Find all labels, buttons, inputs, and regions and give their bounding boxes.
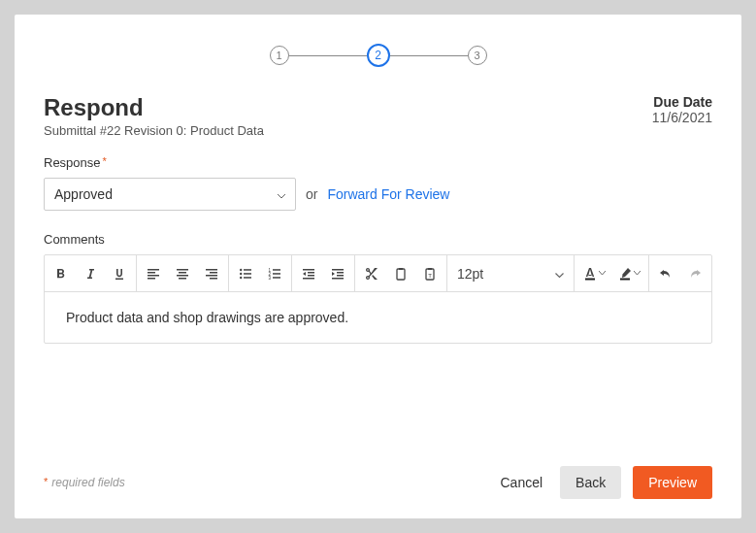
due-date-label: Due Date	[652, 94, 712, 110]
underline-button[interactable]	[105, 256, 134, 291]
step-line	[289, 55, 367, 56]
svg-rect-15	[428, 268, 432, 270]
svg-rect-7	[273, 269, 280, 271]
page-subtitle: Submittal #22 Revision 0: Product Data	[44, 123, 264, 138]
panel: 1 2 3 Respond Submittal #22 Revision 0: …	[15, 15, 741, 518]
font-size-value: 12pt	[457, 266, 483, 282]
response-select-value: Approved	[54, 186, 113, 202]
comments-editor: 123 T	[44, 254, 712, 344]
back-button[interactable]: Back	[560, 466, 621, 499]
outdent-button[interactable]	[294, 256, 323, 291]
step-line	[390, 55, 468, 56]
response-row: Approved or Forward For Review	[44, 178, 712, 211]
align-center-button[interactable]	[168, 256, 197, 291]
redo-button[interactable]	[680, 256, 709, 291]
header-left: Respond Submittal #22 Revision 0: Produc…	[44, 94, 264, 138]
bold-button[interactable]	[47, 256, 76, 291]
text-color-button[interactable]	[576, 267, 611, 281]
svg-rect-1	[244, 269, 251, 271]
font-size-select[interactable]: 12pt	[447, 255, 575, 291]
undo-button[interactable]	[651, 256, 680, 291]
step-3[interactable]: 3	[468, 46, 487, 65]
forward-for-review-link[interactable]: Forward For Review	[327, 186, 449, 202]
toolbar-group-align	[137, 255, 229, 291]
align-left-button[interactable]	[139, 256, 168, 291]
step-1[interactable]: 1	[270, 46, 289, 65]
required-fields-note: *required fields	[44, 476, 125, 489]
svg-text:3: 3	[269, 275, 272, 280]
toolbar-group-list: 123	[229, 255, 292, 291]
align-right-button[interactable]	[197, 256, 226, 291]
svg-rect-5	[244, 277, 251, 279]
svg-rect-12	[397, 269, 405, 280]
svg-rect-17	[585, 278, 595, 280]
paste-button[interactable]	[386, 256, 415, 291]
required-fields-text: required fields	[51, 476, 124, 489]
toolbar-group-history	[649, 255, 711, 291]
response-label: Response*	[44, 155, 712, 170]
italic-button[interactable]	[76, 256, 105, 291]
footer-buttons: Cancel Back Preview	[494, 466, 712, 499]
due-date-value: 11/6/2021	[652, 110, 712, 125]
toolbar-group-color	[575, 255, 649, 291]
numbered-list-button[interactable]: 123	[260, 256, 289, 291]
bullet-list-button[interactable]	[231, 256, 260, 291]
svg-rect-9	[273, 273, 280, 275]
step-2[interactable]: 2	[367, 44, 390, 67]
required-asterisk-icon: *	[44, 476, 48, 487]
cancel-button[interactable]: Cancel	[494, 467, 548, 498]
toolbar-group-indent	[292, 255, 355, 291]
highlight-color-button[interactable]	[611, 267, 646, 281]
editor-toolbar: 123 T	[45, 255, 711, 292]
response-select[interactable]: Approved	[44, 178, 296, 211]
paste-text-button[interactable]: T	[415, 256, 444, 291]
page-title: Respond	[44, 94, 264, 121]
due-date: Due Date 11/6/2021	[652, 94, 712, 125]
header-row: Respond Submittal #22 Revision 0: Produc…	[44, 94, 712, 138]
svg-point-4	[240, 276, 242, 278]
chevron-down-icon	[555, 266, 564, 282]
response-label-text: Response	[44, 155, 101, 170]
toolbar-group-text-style	[45, 255, 137, 291]
indent-button[interactable]	[323, 256, 352, 291]
svg-rect-3	[244, 273, 251, 275]
stepper: 1 2 3	[44, 44, 712, 67]
footer: *required fields Cancel Back Preview	[44, 466, 712, 499]
or-text: or	[306, 186, 317, 202]
cut-button[interactable]	[357, 256, 386, 291]
comments-label: Comments	[44, 232, 712, 247]
toolbar-group-clipboard: T	[355, 255, 447, 291]
svg-rect-13	[399, 268, 403, 270]
svg-text:T: T	[428, 272, 432, 278]
svg-rect-11	[273, 277, 280, 279]
svg-rect-18	[620, 278, 630, 280]
svg-point-2	[240, 272, 242, 274]
comments-textarea[interactable]: Product data and shop drawings are appro…	[45, 292, 711, 343]
preview-button[interactable]: Preview	[633, 466, 712, 499]
caret-down-icon	[278, 186, 285, 202]
svg-point-0	[240, 268, 242, 270]
required-asterisk-icon: *	[103, 155, 107, 167]
